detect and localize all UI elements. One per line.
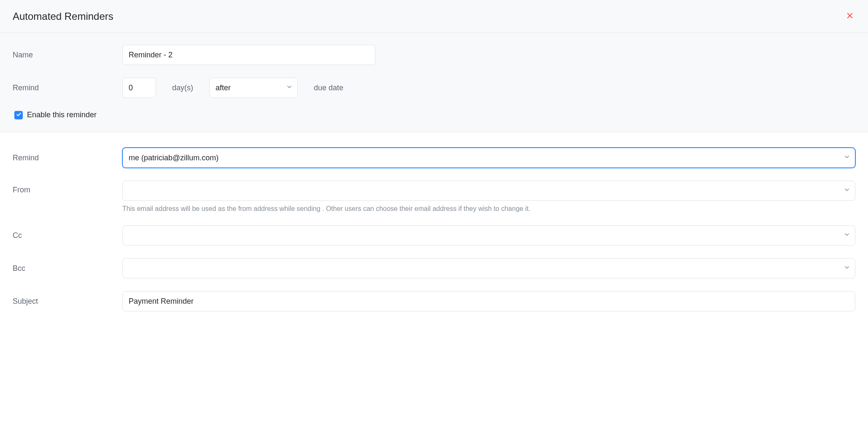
remind-to-value: me (patriciab@zillum.com)	[129, 154, 218, 162]
days-input[interactable]	[122, 78, 156, 98]
when-select[interactable]: after	[209, 78, 298, 98]
days-text: day(s)	[172, 84, 193, 92]
cc-label: Cc	[13, 231, 122, 240]
email-settings-section: Remind me (patriciab@zillum.com) From	[0, 132, 868, 324]
dialog-header: Automated Reminders	[0, 0, 868, 33]
from-label: From	[13, 181, 122, 194]
enable-reminder-label[interactable]: Enable this reminder	[27, 111, 97, 119]
due-date-text: due date	[314, 84, 343, 92]
enable-reminder-checkbox[interactable]	[14, 111, 23, 119]
name-label: Name	[13, 51, 122, 59]
subject-label: Subject	[13, 297, 122, 306]
name-input[interactable]	[122, 45, 375, 65]
reminder-settings-section: Name Remind day(s) after	[0, 33, 868, 132]
close-icon	[846, 12, 854, 21]
bcc-label: Bcc	[13, 264, 122, 273]
remind-to-label: Remind	[13, 154, 122, 162]
subject-input[interactable]	[122, 291, 855, 311]
dialog-title: Automated Reminders	[13, 11, 113, 22]
from-select[interactable]	[122, 181, 855, 201]
close-button[interactable]	[844, 10, 855, 22]
bcc-select[interactable]	[122, 258, 855, 278]
check-icon	[16, 111, 22, 119]
remind-to-select[interactable]: me (patriciab@zillum.com)	[122, 148, 855, 168]
when-select-value: after	[216, 84, 231, 92]
from-helper-text: This email address will be used as the f…	[122, 205, 855, 213]
cc-select[interactable]	[122, 225, 855, 246]
remind-label: Remind	[13, 84, 122, 92]
